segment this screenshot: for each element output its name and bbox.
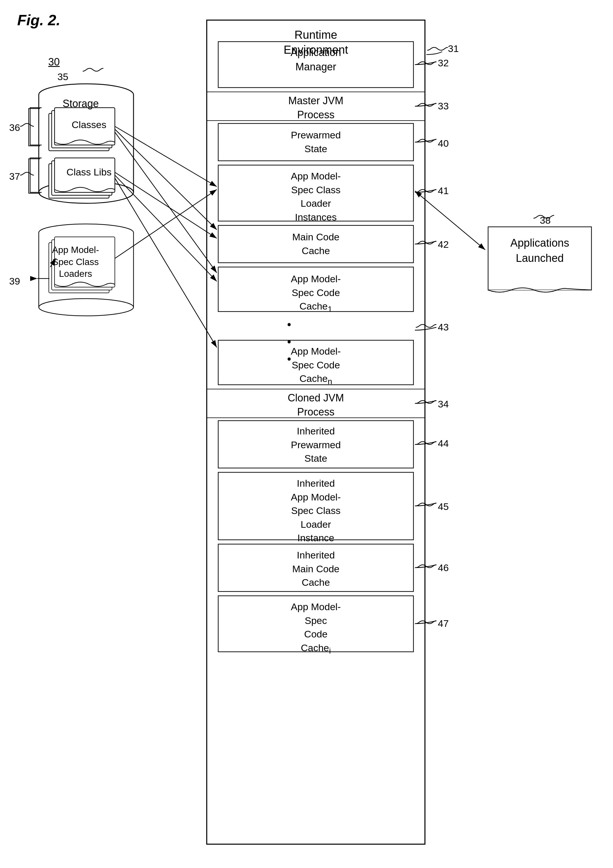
app-manager-text: ApplicationManager [218, 45, 413, 74]
svg-line-36 [115, 132, 217, 273]
classes-label: Classes [60, 119, 118, 130]
app-model-cache1-text: App Model-Spec CodeCache1 [218, 272, 413, 315]
svg-line-39 [115, 178, 217, 347]
ref-31: 31 [448, 43, 459, 54]
inherited-app-model-text: InheritedApp Model-Spec ClassLoaderInsta… [218, 477, 413, 545]
ref-44: 44 [438, 438, 449, 449]
svg-line-38 [115, 175, 217, 281]
ref-33: 33 [438, 101, 449, 112]
ref-43: 43 [438, 322, 449, 333]
app-model-loaders-label: App Model-Spec ClassLoaders [42, 244, 108, 280]
ref-32: 32 [438, 57, 449, 69]
svg-point-4 [39, 181, 133, 203]
storage-label: Storage [63, 98, 99, 110]
app-model-cachen-text: App Model-Spec CodeCachen [218, 344, 413, 388]
ref-30: 30 [48, 56, 60, 68]
svg-line-37 [115, 172, 217, 238]
ref-36: 36 [9, 122, 20, 133]
app-model-loader-inst-text: App Model-Spec ClassLoaderInstances [218, 169, 413, 224]
svg-point-11 [39, 224, 133, 241]
ref-42: 42 [438, 239, 449, 250]
inherited-prewarmed-text: InheritedPrewarmedState [218, 425, 413, 465]
svg-line-41 [415, 191, 485, 250]
ref-45: 45 [438, 501, 449, 512]
ref-41: 41 [438, 185, 449, 197]
svg-point-15 [39, 299, 133, 316]
ref-40: 40 [438, 138, 449, 149]
svg-line-40 [115, 189, 217, 259]
ref-37: 37 [9, 171, 20, 182]
ref-35: 35 [57, 71, 68, 82]
inherited-main-cache-text: InheritedMain CodeCache [218, 549, 413, 589]
prewarmed-text: PrewarmedState [218, 129, 413, 156]
app-model-cachei-text: App Model-SpecCodeCachei [218, 600, 413, 656]
master-jvm-text: Master JVMProcess [207, 94, 425, 122]
ref-46: 46 [438, 562, 449, 574]
main-code-cache-text: Main CodeCache [218, 230, 413, 257]
diagram-container: Fig. 2. 30 [0, 0, 613, 868]
svg-line-34 [115, 126, 217, 187]
class-libs-label: Class Libs [60, 167, 118, 178]
cloned-jvm-text: Cloned JVMProcess [207, 391, 425, 419]
ref-39: 39 [9, 276, 20, 287]
ref-34: 34 [438, 398, 449, 410]
svg-rect-9 [52, 161, 112, 195]
svg-line-35 [115, 129, 217, 230]
figure-label: Fig. 2. [17, 11, 60, 29]
ref-38: 38 [540, 215, 551, 226]
apps-launched-text: ApplicationsLaunched [488, 236, 591, 266]
ref-47: 47 [438, 618, 449, 629]
